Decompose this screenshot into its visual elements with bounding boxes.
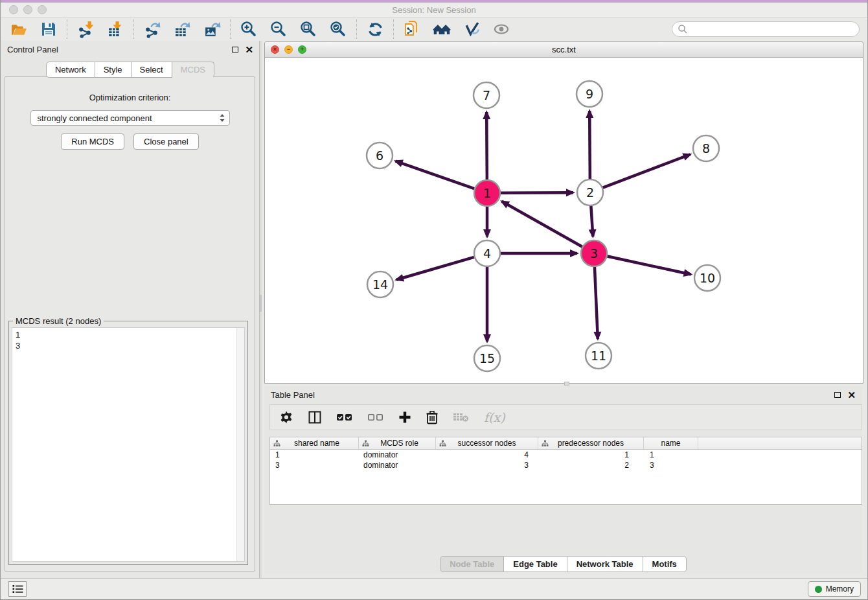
graph-node-label: 10: [700, 271, 715, 285]
table-panel-title: Table Panel: [271, 390, 315, 400]
node-table[interactable]: shared name MCDS role successor nodes pr…: [269, 437, 862, 505]
graph-node-10[interactable]: 10: [694, 265, 720, 291]
export-network-icon[interactable]: [143, 20, 161, 38]
graph-node-15[interactable]: 15: [474, 345, 500, 371]
search-input[interactable]: [672, 21, 860, 37]
tab-edge-table[interactable]: Edge Table: [504, 556, 567, 572]
select-all-columns-icon[interactable]: [336, 412, 353, 422]
optimization-criterion-label: Optimization criterion:: [5, 93, 255, 102]
graph-node-8[interactable]: 8: [693, 135, 719, 161]
graph-edge-3-11[interactable]: [595, 267, 598, 339]
float-table-panel-icon[interactable]: [834, 392, 841, 398]
zoom-out-icon[interactable]: [269, 20, 288, 38]
close-table-panel-icon[interactable]: ✕: [847, 390, 856, 400]
network-window-titlebar[interactable]: × − + scc.txt: [265, 42, 863, 58]
zoom-selected-icon[interactable]: [329, 20, 347, 38]
table-row[interactable]: 1 dominator 4 1 1: [270, 450, 862, 460]
tab-select[interactable]: Select: [131, 62, 172, 78]
network-close-icon[interactable]: ×: [271, 45, 279, 54]
mcds-result-box[interactable]: 1 3: [12, 327, 245, 562]
graph-node-11[interactable]: 11: [586, 343, 611, 369]
add-column-icon[interactable]: [398, 411, 411, 424]
network-minimize-icon[interactable]: −: [284, 45, 293, 54]
graph-edge-3-1[interactable]: [502, 202, 582, 247]
memory-status-icon: [815, 586, 822, 593]
graph-node-1[interactable]: 1: [474, 180, 500, 206]
network-view-window: × − + scc.txt 7968124314101511: [264, 41, 863, 384]
graph-node-6[interactable]: 6: [367, 143, 393, 168]
close-panel-icon[interactable]: ✕: [245, 45, 253, 54]
network-maximize-icon[interactable]: +: [298, 45, 306, 54]
column-header-predecessor-nodes[interactable]: predecessor nodes: [538, 437, 644, 449]
export-table-icon[interactable]: [173, 20, 191, 38]
mcds-result-line: 3: [16, 340, 234, 351]
save-session-icon[interactable]: [40, 20, 58, 38]
table-options-icon[interactable]: [279, 410, 293, 424]
dropdown-arrows-icon: [219, 113, 225, 123]
column-header-successor-nodes[interactable]: successor nodes: [436, 437, 538, 449]
close-panel-button[interactable]: Close panel: [133, 133, 199, 150]
graph-edge-1-6[interactable]: [396, 161, 475, 189]
tab-node-table[interactable]: Node Table: [440, 556, 504, 572]
network-window-title: scc.txt: [265, 45, 863, 54]
column-header-name[interactable]: name: [644, 437, 698, 449]
column-header-mcds-role[interactable]: MCDS role: [359, 437, 436, 449]
tab-network[interactable]: Network: [46, 62, 95, 78]
run-mcds-button[interactable]: Run MCDS: [61, 133, 124, 150]
network-overview-icon[interactable]: [403, 20, 421, 38]
app-titlebar: Session: New Session: [1, 3, 867, 17]
apply-style-icon[interactable]: [463, 20, 481, 38]
graph-node-label: 2: [586, 185, 594, 200]
graph-edge-2-8[interactable]: [603, 154, 691, 187]
control-panel-title: Control Panel: [7, 45, 58, 54]
graph-node-4[interactable]: 4: [474, 240, 500, 266]
open-session-icon[interactable]: [10, 20, 28, 38]
task-history-button[interactable]: [8, 581, 27, 597]
tab-style[interactable]: Style: [95, 62, 131, 78]
column-layout-icon[interactable]: [308, 410, 322, 424]
show-hide-icon: [492, 20, 510, 38]
horizontal-splitter[interactable]: [564, 382, 569, 386]
column-header-shared-name[interactable]: shared name: [270, 437, 359, 449]
graph-node-2[interactable]: 2: [577, 179, 603, 205]
apply-layout-icon[interactable]: [366, 20, 384, 38]
network-graph[interactable]: 7968124314101511: [265, 58, 863, 383]
mcds-result-fieldset: MCDS result (2 nodes) 1 3: [8, 321, 248, 565]
graph-edge-1-7[interactable]: [486, 112, 487, 179]
graph-node-9[interactable]: 9: [577, 81, 602, 107]
tab-motifs[interactable]: Motifs: [643, 556, 687, 572]
tab-mcds[interactable]: MCDS: [172, 62, 214, 78]
graph-edge-1-2[interactable]: [501, 192, 573, 193]
result-scrollbar[interactable]: [236, 328, 244, 561]
app-window-title: Session: New Session: [1, 5, 867, 15]
zoom-in-icon[interactable]: [240, 20, 258, 38]
graph-edge-2-3[interactable]: [591, 206, 593, 237]
graph-node-label: 11: [591, 349, 606, 363]
memory-button[interactable]: Memory: [808, 581, 861, 597]
zoom-fit-icon[interactable]: [299, 20, 317, 38]
table-row[interactable]: 3 dominator 3 2 3: [270, 460, 862, 470]
tab-network-table[interactable]: Network Table: [567, 556, 643, 572]
graph-node-3[interactable]: 3: [581, 240, 607, 266]
table-header-row: shared name MCDS role successor nodes pr…: [270, 437, 862, 450]
graph-node-7[interactable]: 7: [474, 82, 499, 108]
criterion-dropdown-value: strongly connected component: [38, 113, 219, 123]
graph-node-label: 8: [702, 141, 710, 156]
import-network-icon[interactable]: [76, 20, 95, 38]
home-icon[interactable]: [433, 20, 451, 38]
graph-node-14[interactable]: 14: [367, 271, 393, 297]
import-table-icon[interactable]: [106, 20, 124, 38]
graph-node-label: 3: [590, 246, 598, 260]
graph-node-label: 1: [483, 186, 491, 200]
mcds-result-title: MCDS result (2 nodes): [13, 316, 104, 326]
delete-column-icon[interactable]: [426, 410, 439, 424]
network-canvas[interactable]: 7968124314101511: [265, 58, 863, 383]
graph-node-label: 15: [479, 351, 495, 365]
float-panel-icon[interactable]: [232, 47, 238, 52]
graph-edge-2-9[interactable]: [589, 111, 590, 179]
criterion-dropdown[interactable]: strongly connected component: [30, 110, 230, 126]
graph-edge-4-14[interactable]: [396, 257, 474, 280]
export-image-icon[interactable]: [203, 20, 221, 38]
deselect-all-columns-icon[interactable]: [367, 412, 384, 422]
graph-edge-3-10[interactable]: [608, 256, 691, 274]
